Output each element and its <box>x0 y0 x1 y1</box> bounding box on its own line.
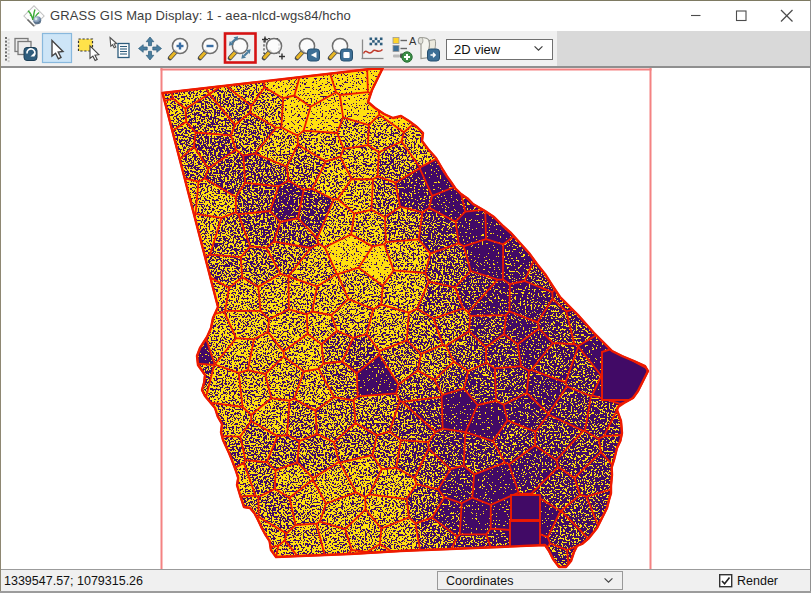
svg-text:A: A <box>409 35 417 47</box>
